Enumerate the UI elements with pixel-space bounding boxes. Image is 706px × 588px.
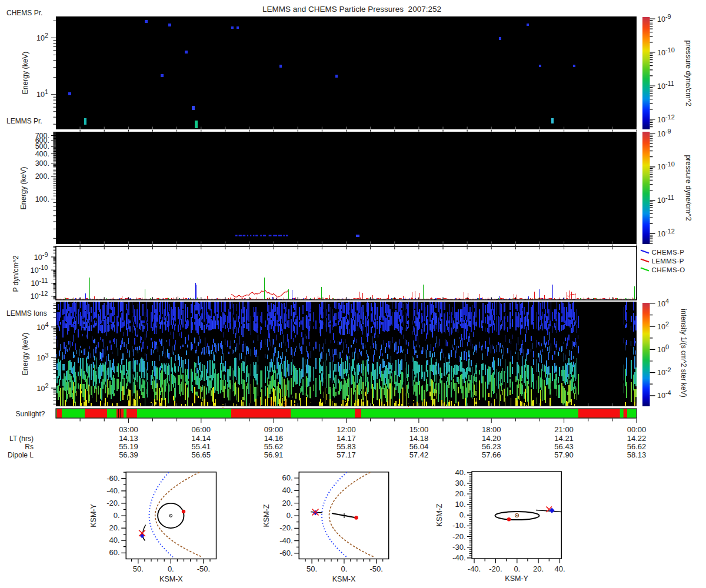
svg-text:50.: 50.: [133, 564, 144, 573]
svg-text:-10.: -10.: [452, 521, 465, 530]
svg-text:CHEMS-P: CHEMS-P: [652, 249, 685, 256]
svg-text:P dyn/cm^2: P dyn/cm^2: [12, 255, 20, 292]
svg-text:14.14: 14.14: [192, 434, 211, 443]
svg-text:KSM-Y: KSM-Y: [89, 504, 98, 527]
svg-text:CHEMS Pr.: CHEMS Pr.: [6, 9, 42, 17]
svg-text:14.20: 14.20: [482, 434, 501, 443]
svg-text:20.: 20.: [109, 523, 120, 532]
svg-text:40.: 40.: [109, 536, 120, 544]
svg-text:18:00: 18:00: [482, 425, 501, 434]
svg-text:0.: 0.: [168, 564, 174, 573]
svg-text:-20.: -20.: [452, 532, 465, 541]
svg-text:57.66: 57.66: [482, 450, 501, 459]
svg-text:00:00: 00:00: [627, 425, 647, 434]
svg-text:14.17: 14.17: [337, 434, 356, 443]
svg-text:20.: 20.: [282, 499, 293, 507]
svg-text:Energy (keV): Energy (keV): [21, 333, 29, 376]
svg-text:58.13: 58.13: [627, 450, 647, 459]
svg-text:55.19: 55.19: [119, 442, 138, 451]
svg-text:Rs: Rs: [25, 443, 34, 451]
svg-text:56.91: 56.91: [264, 450, 284, 459]
svg-text:Sunlight?: Sunlight?: [15, 410, 45, 418]
svg-text:-40.: -40.: [106, 486, 119, 495]
svg-text:pressure dyne/cm^2: pressure dyne/cm^2: [684, 40, 692, 106]
svg-text:-50.: -50.: [197, 564, 210, 573]
svg-text:10.: 10.: [455, 500, 465, 509]
svg-text:0.: 0.: [459, 510, 466, 519]
svg-text:14.21: 14.21: [554, 434, 574, 443]
svg-text:56.04: 56.04: [409, 442, 429, 451]
svg-text:56.43: 56.43: [554, 442, 574, 451]
svg-text:14.22: 14.22: [627, 434, 647, 443]
svg-text:Energy (keV): Energy (keV): [21, 52, 29, 95]
svg-text:03:00: 03:00: [119, 425, 138, 434]
svg-text:Energy (keV): Energy (keV): [19, 167, 28, 210]
svg-text:0.: 0.: [514, 564, 520, 573]
svg-text:-40.: -40.: [279, 536, 292, 545]
svg-text:-20.: -20.: [489, 564, 502, 573]
svg-text:20.: 20.: [533, 564, 544, 573]
svg-text:300.: 300.: [35, 159, 49, 168]
svg-text:09:00: 09:00: [264, 425, 284, 434]
svg-text:pressure dyne/cm^2: pressure dyne/cm^2: [684, 155, 692, 220]
svg-text:-60.: -60.: [279, 549, 292, 557]
svg-text:56.39: 56.39: [119, 450, 138, 459]
svg-text:LEMMS and CHEMS Particle Press: LEMMS and CHEMS Particle Pressures 2007:…: [262, 5, 441, 14]
svg-text:LT (hrs): LT (hrs): [9, 435, 34, 443]
svg-text:-60.: -60.: [106, 474, 119, 483]
svg-text:KSM-Z: KSM-Z: [435, 503, 444, 526]
svg-text:0.: 0.: [114, 511, 120, 520]
svg-text:40.: 40.: [554, 564, 565, 573]
svg-text:-40.: -40.: [468, 564, 481, 573]
svg-text:14.18: 14.18: [409, 434, 429, 443]
svg-text:0.: 0.: [287, 511, 293, 520]
svg-text:14.16: 14.16: [264, 434, 284, 443]
svg-text:15:00: 15:00: [409, 425, 429, 434]
svg-text:30.: 30.: [455, 479, 465, 487]
svg-text:57.90: 57.90: [554, 450, 574, 459]
svg-text:400.: 400.: [35, 150, 49, 158]
svg-text:LEMMS-P: LEMMS-P: [652, 258, 684, 265]
svg-text:60.: 60.: [109, 548, 120, 557]
svg-text:40.: 40.: [282, 486, 293, 495]
svg-text:14.13: 14.13: [119, 434, 138, 443]
svg-text:60.: 60.: [282, 473, 293, 482]
svg-text:55.83: 55.83: [337, 442, 356, 451]
svg-text:KSM-X: KSM-X: [159, 575, 183, 583]
svg-text:-20.: -20.: [106, 499, 119, 507]
svg-text:-40.: -40.: [452, 553, 465, 562]
svg-text:06:00: 06:00: [192, 425, 211, 434]
svg-text:12:00: 12:00: [337, 425, 356, 434]
svg-text:-50.: -50.: [369, 564, 382, 573]
svg-text:-20.: -20.: [279, 523, 292, 532]
svg-text:56.65: 56.65: [192, 450, 211, 459]
svg-text:-30.: -30.: [452, 543, 465, 552]
svg-text:100.: 100.: [35, 195, 49, 203]
svg-text:40.: 40.: [455, 468, 465, 477]
svg-text:CHEMS-O: CHEMS-O: [652, 266, 685, 273]
svg-text:KSM-X: KSM-X: [332, 575, 356, 583]
svg-text:56.62: 56.62: [627, 442, 647, 451]
svg-text:LEMMS Pr.: LEMMS Pr.: [6, 117, 42, 125]
svg-text:55.41: 55.41: [192, 442, 211, 451]
svg-text:50.: 50.: [307, 564, 317, 573]
svg-text:57.17: 57.17: [337, 450, 356, 459]
svg-text:KSM-Z: KSM-Z: [262, 504, 271, 527]
svg-text:intensity 1/(s cm^2 ster keV): intensity 1/(s cm^2 ster keV): [680, 309, 688, 397]
svg-text:21:00: 21:00: [554, 425, 574, 434]
svg-text:0.: 0.: [341, 564, 347, 573]
svg-text:20.: 20.: [455, 489, 465, 498]
svg-text:55.62: 55.62: [264, 442, 284, 451]
svg-text:200.: 200.: [35, 172, 49, 181]
svg-text:Dipole L: Dipole L: [8, 451, 34, 459]
svg-text:KSM-Y: KSM-Y: [505, 574, 528, 583]
svg-text:LEMMS Ions: LEMMS Ions: [6, 309, 47, 318]
svg-text:57.42: 57.42: [409, 450, 429, 459]
svg-text:56.23: 56.23: [482, 442, 501, 451]
